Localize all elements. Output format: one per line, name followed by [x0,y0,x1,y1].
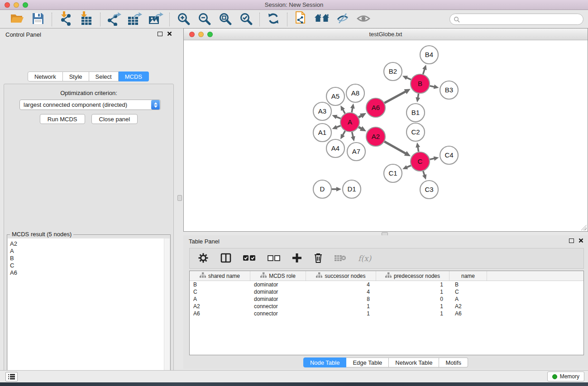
select-all-button[interactable] [243,255,256,262]
houses-button[interactable] [313,12,330,27]
graph-node-C3[interactable]: C3 [420,181,438,199]
graph-node-C[interactable]: C [411,152,430,171]
graph-node-A3[interactable]: A3 [313,102,331,120]
tab-select[interactable]: Select [89,71,119,81]
table-cell[interactable]: 1 [376,288,449,295]
table-row[interactable]: Cdominator41C [190,288,583,295]
graph-node-C1[interactable]: C1 [384,164,402,182]
node-table[interactable]: shared nameMCDS rolesuccessor nodesprede… [189,271,584,355]
result-list-item[interactable]: A [10,248,164,255]
graph-node-A7[interactable]: A7 [347,143,365,161]
close-window-icon[interactable] [5,2,10,8]
run-mcds-button[interactable]: Run MCDS [40,114,85,124]
table-cell[interactable]: C [190,288,250,295]
graph-node-B3[interactable]: B3 [440,81,458,99]
close-table-panel-icon[interactable] [578,238,583,243]
minimize-window-icon[interactable] [14,2,19,8]
network-canvas[interactable]: B4B2BB3A5A8A6A3B1AC2A1A2A4A7CC4C1C3DD1 [184,40,588,231]
table-cell[interactable]: 1 [376,310,449,317]
export-network-button[interactable] [105,12,123,27]
table-cell[interactable]: 1 [376,303,449,310]
export-image-button[interactable] [147,12,164,27]
result-list-item[interactable]: C [10,262,164,269]
zoom-selected-button[interactable] [237,12,254,27]
save-session-button[interactable] [29,12,47,27]
close-panel-button[interactable]: Close panel [91,114,138,124]
table-cell[interactable]: 0 [376,295,449,303]
graph-node-A5[interactable]: A5 [326,87,344,105]
graph-node-B1[interactable]: B1 [406,104,425,122]
vertical-split-grip[interactable] [177,195,182,201]
table-cell[interactable]: 1 [306,310,376,317]
graph-node-A8[interactable]: A8 [346,84,364,102]
graph-node-D[interactable]: D [313,180,331,198]
table-cell[interactable]: 8 [306,295,376,303]
tab-node-table[interactable]: Node Table [303,357,347,367]
zoom-window-icon[interactable] [23,2,28,8]
column-header-shared-name[interactable]: shared name [190,271,250,281]
graph-node-C4[interactable]: C4 [440,146,458,164]
graph-node-A2[interactable]: A2 [366,127,385,146]
float-panel-icon[interactable] [158,32,163,36]
graph-node-B[interactable]: B [411,74,430,93]
mcds-result-list[interactable]: A2ABCA6 [8,238,164,386]
zoom-in-button[interactable] [175,12,192,27]
graph-edge[interactable] [384,91,406,103]
table-cell[interactable]: A2 [449,303,487,310]
network-zoom-icon[interactable] [207,32,213,37]
float-table-panel-icon[interactable] [569,238,574,243]
search-input[interactable] [449,14,583,25]
table-cell[interactable]: connector [250,310,306,317]
graph-node-A1[interactable]: A1 [313,124,331,142]
graph-node-B4[interactable]: B4 [420,46,438,64]
delete-table-button[interactable] [335,254,346,263]
function-builder-button[interactable]: f(x) [358,254,371,263]
table-cell[interactable]: dominator [250,295,306,303]
tab-network-table[interactable]: Network Table [389,357,439,367]
close-panel-icon[interactable] [167,31,172,36]
refresh-layout-button[interactable] [265,12,282,27]
table-cell[interactable]: A [190,295,250,303]
tab-edge-table[interactable]: Edge Table [346,357,389,367]
result-list-item[interactable]: A2 [10,240,164,248]
delete-column-button[interactable] [314,253,323,265]
tab-style[interactable]: Style [63,71,89,81]
settings-button[interactable] [198,253,209,265]
tab-network[interactable]: Network [28,71,63,81]
graph-edge[interactable] [384,142,406,154]
table-cell[interactable]: B [190,281,250,288]
table-cell[interactable]: dominator [250,288,306,295]
zoom-out-button[interactable] [196,12,213,27]
table-row[interactable]: Adominator80A [190,295,583,303]
open-file-button[interactable] [9,12,26,27]
import-network-button[interactable] [57,12,74,27]
graph-node-A6[interactable]: A6 [366,98,385,117]
table-cell[interactable]: A6 [190,310,250,317]
tab-mcds[interactable]: MCDS [119,71,149,81]
task-history-button[interactable] [5,372,18,381]
table-cell[interactable]: 4 [306,288,376,295]
criterion-select[interactable]: largest connected component (directed) [19,100,161,110]
deselect-all-button[interactable] [268,255,280,262]
graph-node-C2[interactable]: C2 [406,123,425,141]
table-cell[interactable]: C [449,288,487,295]
graph-node-B2[interactable]: B2 [384,62,402,81]
graph-node-A4[interactable]: A4 [326,139,344,157]
split-panel-button[interactable] [220,253,231,265]
column-header-successor-nodes[interactable]: successor nodes [306,271,376,281]
zoom-fit-button[interactable] [216,12,234,27]
graph-node-D1[interactable]: D1 [343,180,361,198]
table-cell[interactable]: 1 [306,303,376,310]
import-table-button[interactable] [78,12,95,27]
table-cell[interactable]: A2 [190,303,250,310]
column-header-predecessor-nodes[interactable]: predecessor nodes [376,271,449,281]
network-close-icon[interactable] [189,32,195,37]
table-cell[interactable]: A6 [449,310,487,317]
resize-grip-icon[interactable] [580,224,587,230]
export-table-button[interactable] [126,12,143,27]
table-row[interactable]: A6connector11A6 [190,310,583,317]
result-list-item[interactable]: B [10,255,164,262]
table-row[interactable]: Bdominator41B [190,281,583,288]
graph-node-A[interactable]: A [340,113,359,132]
table-cell[interactable]: connector [250,303,306,310]
